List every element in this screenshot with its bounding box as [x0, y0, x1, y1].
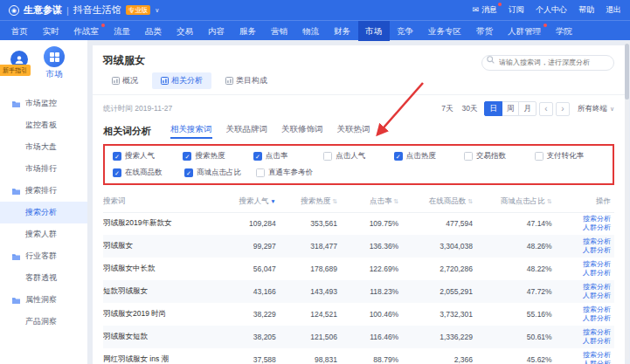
search-analysis-link[interactable]: 搜索分析 [556, 215, 611, 223]
section-tab-3[interactable]: 关联热词 [337, 124, 370, 138]
quick-range-0[interactable]: 7天 [437, 104, 457, 114]
header-link-2[interactable]: 个人中心 [536, 4, 567, 16]
audience-analysis-link[interactable]: 人群分析 [556, 337, 611, 346]
sort-desc-icon: ▼ [269, 198, 276, 204]
scrollbar-thumb[interactable] [625, 44, 629, 100]
column-header-4[interactable]: 在线商品数 ⇅ [402, 191, 476, 212]
metric-item-r1-1[interactable]: ✓搜索热度 [183, 151, 253, 161]
header-link-4[interactable]: 退出 [606, 4, 621, 16]
column-header-1[interactable]: 搜索人气 ▼ [221, 191, 280, 212]
nav-item-1[interactable]: 实时 [35, 21, 66, 41]
keyword-tab-1[interactable]: 相关分析 [152, 72, 211, 89]
nav-item-5[interactable]: 交易 [170, 21, 201, 41]
nav-item-16[interactable]: 学院 [549, 21, 580, 41]
nav-item-7[interactable]: 服务 [232, 21, 264, 41]
audience-analysis-link[interactable]: 人群分析 [556, 223, 611, 232]
checkbox-unchecked[interactable] [535, 152, 543, 161]
vertical-scrollbar[interactable] [625, 42, 629, 360]
search-analysis-link[interactable]: 搜索分析 [556, 351, 611, 360]
granularity-0[interactable]: 日 [484, 101, 502, 116]
metric-item-r2-2[interactable]: 直通车参考价 [256, 168, 328, 178]
cell-value: 43,166 [221, 280, 280, 303]
quick-range-1[interactable]: 30天 [457, 104, 481, 114]
header-link-1[interactable]: 订阅 [509, 4, 524, 16]
sidebar-item-6[interactable]: 搜索人群 [0, 223, 87, 245]
nav-item-10[interactable]: 财务 [327, 21, 358, 41]
nav-item-14[interactable]: 带货 [469, 21, 501, 41]
sidebar-item-9[interactable]: 属性洞察 [0, 289, 87, 311]
checkbox-checked[interactable]: ✓ [253, 152, 262, 161]
header-link-3[interactable]: 帮助 [578, 4, 594, 16]
column-header-2[interactable]: 搜索热度 ⇅ [280, 191, 341, 212]
ribbon-badge[interactable]: 新手指引 [0, 65, 31, 76]
metric-item-r1-3[interactable]: 点击人气 [323, 151, 393, 161]
search-analysis-link[interactable]: 搜索分析 [556, 283, 611, 292]
search-analysis-link[interactable]: 搜索分析 [556, 306, 611, 314]
nav-item-8[interactable]: 营销 [264, 21, 295, 41]
sidebar-item-3[interactable]: 市场排行 [0, 158, 87, 180]
search-analysis-link[interactable]: 搜索分析 [556, 260, 611, 269]
page-title: 羽绒服女 [103, 53, 145, 68]
nav-item-15[interactable]: 人群管理 [501, 21, 549, 41]
prev-page-button[interactable]: ‹ [539, 102, 553, 116]
keyword-tab-0[interactable]: 概况 [103, 72, 147, 89]
next-page-button[interactable]: › [556, 102, 570, 116]
search-analysis-link[interactable]: 搜索分析 [556, 328, 611, 337]
nav-item-4[interactable]: 品类 [138, 21, 170, 41]
checkbox-checked[interactable]: ✓ [113, 168, 121, 177]
header-link-0[interactable]: ✉消息 [472, 4, 497, 16]
checkbox-unchecked[interactable] [464, 152, 473, 161]
audience-analysis-link[interactable]: 人群分析 [556, 292, 611, 300]
search-input[interactable] [481, 55, 614, 71]
nav-item-9[interactable]: 物流 [295, 21, 327, 41]
checkbox-unchecked[interactable] [256, 168, 265, 177]
sidebar-item-1[interactable]: 监控看板 [0, 114, 87, 136]
nav-item-3[interactable]: 流量 [107, 21, 138, 41]
section-tab-2[interactable]: 关联修饰词 [281, 124, 323, 138]
metric-item-r2-0[interactable]: ✓在线商品数 [113, 168, 184, 178]
nav-item-6[interactable]: 内容 [201, 21, 232, 41]
column-header-5[interactable]: 商城点击占比 ⇅ [476, 191, 556, 212]
column-header-3[interactable]: 点击率 ⇅ [341, 191, 402, 212]
checkbox-unchecked[interactable] [323, 152, 332, 161]
audience-analysis-link[interactable]: 人群分析 [556, 269, 611, 278]
sidebar-item-4[interactable]: 搜索排行 [0, 180, 87, 202]
granularity-2[interactable]: 月 [518, 101, 537, 116]
sidebar-item-7[interactable]: 行业客群 [0, 245, 87, 267]
column-label: 搜索热度 [301, 196, 330, 205]
section-tab-0[interactable]: 相关搜索词 [170, 124, 212, 138]
nav-item-2[interactable]: 作战室 [66, 21, 107, 41]
sidebar-item-8[interactable]: 客群透视 [0, 267, 87, 289]
metric-item-r1-0[interactable]: ✓搜索人气 [113, 151, 183, 161]
metric-item-r1-6[interactable]: 支付转化率 [535, 151, 605, 161]
nav-item-12[interactable]: 竞争 [390, 21, 421, 41]
metric-item-r1-2[interactable]: ✓点击率 [253, 151, 323, 161]
sidebar-item-5[interactable]: 搜索分析 [0, 202, 87, 223]
brand[interactable]: ◉ 生意参谋 | 抖音生活馆 专业版 ∨ [9, 3, 159, 17]
sidebar-item-10[interactable]: 产品洞察 [0, 311, 87, 333]
search-analysis-link[interactable]: 搜索分析 [556, 237, 611, 246]
cell-value: 143,493 [280, 280, 341, 303]
nav-item-13[interactable]: 业务专区 [421, 21, 469, 41]
checkbox-checked[interactable]: ✓ [184, 168, 193, 177]
metric-item-r1-4[interactable]: ✓点击热度 [394, 151, 464, 161]
checkbox-checked[interactable]: ✓ [183, 152, 191, 161]
cell-value: 2,055,291 [402, 280, 476, 303]
audience-analysis-link[interactable]: 人群分析 [556, 246, 611, 255]
nav-item-0[interactable]: 首页 [3, 21, 35, 41]
nav-item-11[interactable]: 市场 [358, 21, 390, 41]
checkbox-checked[interactable]: ✓ [113, 152, 121, 161]
terminal-dropdown[interactable]: 所有终端 ∨ [578, 104, 614, 114]
keyword-tab-2[interactable]: 类目构成 [217, 72, 276, 89]
granularity-1[interactable]: 周 [502, 101, 520, 116]
cell-value: 47.72% [476, 280, 556, 303]
sidebar-item-2[interactable]: 市场大盘 [0, 136, 87, 158]
sidebar-item-0[interactable]: 市场监控 [0, 93, 87, 114]
module-label: 市场 [38, 69, 70, 80]
metric-item-r2-1[interactable]: ✓商城点击占比 [184, 168, 256, 178]
checkbox-checked[interactable]: ✓ [394, 152, 403, 161]
audience-analysis-link[interactable]: 人群分析 [556, 314, 611, 323]
audience-analysis-link[interactable]: 人群分析 [556, 360, 611, 364]
metric-item-r1-5[interactable]: 交易指数 [464, 151, 534, 161]
section-tab-1[interactable]: 关联品牌词 [226, 124, 268, 138]
